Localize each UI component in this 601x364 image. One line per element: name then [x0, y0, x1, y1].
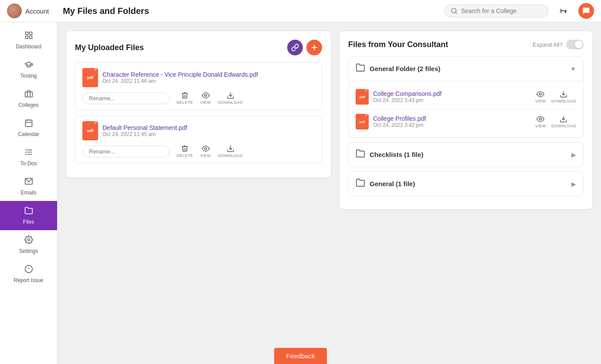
view-profiles-label: VIEW: [535, 124, 546, 128]
view-label-1: VIEW: [200, 100, 211, 105]
delete-label-2: DELETE: [177, 153, 193, 158]
sidebar-item-emails[interactable]: Emails: [0, 172, 57, 201]
sidebar-item-label-emails: Emails: [20, 190, 36, 196]
sidebar-item-label-calendar: Calendar: [18, 131, 39, 137]
expand-all: Expand All?: [533, 40, 584, 49]
colleges-icon: [24, 89, 33, 100]
download-button-2[interactable]: DOWNLOAD: [218, 145, 243, 158]
folder-file-date-profiles: Oct 24, 2022 3:42 pm: [373, 122, 426, 128]
view-button-1[interactable]: VIEW: [200, 92, 211, 105]
sidebar-item-label-testing: Testing: [20, 73, 37, 79]
delete-label-1: DELETE: [177, 100, 193, 105]
sidebar-item-todos[interactable]: To-Dos: [0, 143, 57, 172]
expand-all-toggle[interactable]: [566, 40, 584, 49]
download-label-2: DOWNLOAD: [218, 153, 243, 158]
uploaded-files-card: My Uploaded Files pdf: [66, 31, 331, 177]
svg-rect-4: [29, 36, 32, 39]
sidebar-item-dashboard[interactable]: Dashboard: [0, 26, 57, 55]
sidebar-item-files[interactable]: Files: [0, 201, 57, 230]
view-profiles-button[interactable]: VIEW: [535, 115, 546, 128]
folder-arrow-checklists: ▶: [571, 151, 576, 158]
key-button[interactable]: 🗝: [556, 3, 571, 19]
folder-left-general2: General (1 file): [356, 178, 415, 190]
folder-icon-checklists: [356, 149, 365, 160]
folder-name-general2: General (1 file): [370, 180, 415, 187]
search-icon: [451, 7, 458, 14]
account-button[interactable]: Account: [7, 3, 49, 18]
svg-rect-5: [25, 36, 28, 39]
view-button-2[interactable]: VIEW: [200, 145, 211, 158]
svg-point-15: [27, 239, 30, 241]
folder-arrow-general2: ▶: [571, 180, 576, 187]
sidebar-item-report[interactable]: Report Issue: [0, 259, 57, 289]
file-actions-2: DELETE VIEW DOWNLOAD: [82, 145, 315, 158]
svg-line-1: [455, 12, 457, 14]
expand-all-label: Expand All?: [533, 41, 563, 48]
page-title: My Files and Folders: [63, 6, 149, 16]
folder-file-actions-profiles: VIEW DOWNLOAD: [535, 115, 576, 128]
search-input[interactable]: [461, 7, 542, 14]
download-profiles-button[interactable]: DOWNLOAD: [551, 115, 576, 128]
left-panel: My Uploaded Files pdf: [66, 31, 331, 355]
view-comparisons-label: VIEW: [535, 99, 546, 103]
folder-arrow-general: ▼: [570, 65, 576, 72]
consultant-header: Files from Your Consultant Expand All?: [348, 40, 584, 49]
sidebar-item-calendar[interactable]: Calendar: [0, 113, 57, 143]
sidebar-item-label-settings: Settings: [19, 248, 38, 254]
app-body: Dashboard Testing Colleges Calendar To-D…: [0, 22, 601, 364]
folder-file-left-comparisons: pdf College Comparisons.pdf Oct 24, 2022…: [356, 89, 441, 105]
sidebar-item-label-dashboard: Dashboard: [16, 44, 41, 50]
folder-header-general2[interactable]: General (1 file) ▶: [349, 172, 583, 196]
sidebar-item-testing[interactable]: Testing: [0, 55, 57, 84]
view-comparisons-button[interactable]: VIEW: [535, 90, 546, 103]
search-bar[interactable]: [444, 4, 549, 17]
delete-button-2[interactable]: DELETE: [177, 145, 193, 158]
pdf-icon-comparisons: pdf: [356, 89, 369, 105]
file-actions-1: DELETE VIEW DOWNLOAD: [82, 92, 315, 105]
folder-file-name-comparisons: College Comparisons.pdf: [373, 90, 441, 97]
main-content: My Uploaded Files pdf: [58, 22, 601, 364]
svg-point-27: [540, 118, 542, 120]
folder-file-profiles: pdf College Profiles.pdf Oct 24, 2022 3:…: [349, 109, 583, 134]
svg-rect-7: [25, 120, 32, 126]
folder-file-name-profiles: College Profiles.pdf: [373, 115, 426, 122]
file-date-1: Oct 24, 2022 11:46 am: [102, 78, 258, 84]
sidebar-item-colleges[interactable]: Colleges: [0, 84, 57, 113]
rename-input-1[interactable]: [82, 92, 170, 104]
file-name-1: Character Reference - Vice Principle Don…: [102, 71, 258, 78]
download-label-1: DOWNLOAD: [218, 100, 243, 105]
view-label-2: VIEW: [200, 153, 211, 158]
pdf-icon-2: pdf: [82, 121, 98, 140]
folder-header-general[interactable]: General Folder (2 files) ▼: [349, 57, 583, 81]
download-comparisons-button[interactable]: DOWNLOAD: [551, 90, 576, 103]
svg-rect-3: [29, 32, 32, 35]
sidebar-item-label-files: Files: [23, 219, 34, 225]
folder-icon-general2: [356, 178, 365, 190]
download-profiles-label: DOWNLOAD: [551, 124, 576, 128]
calendar-icon: [24, 119, 33, 129]
chat-button[interactable]: [578, 3, 594, 19]
folder-file-comparisons: pdf College Comparisons.pdf Oct 24, 2022…: [349, 85, 583, 109]
delete-button-1[interactable]: DELETE: [177, 92, 193, 105]
folder-item-general: General Folder (2 files) ▼ pdf: [348, 56, 584, 138]
avatar: [7, 3, 22, 18]
sidebar-item-settings[interactable]: Settings: [0, 230, 57, 259]
folder-header-checklists[interactable]: Checklists (1 file) ▶: [349, 143, 583, 167]
add-file-button[interactable]: [306, 40, 322, 55]
download-comparisons-label: DOWNLOAD: [551, 99, 576, 103]
svg-point-23: [204, 148, 207, 150]
rename-input-2[interactable]: [82, 146, 170, 157]
folder-left-general: General Folder (2 files): [356, 63, 441, 75]
folder-name-checklists: Checklists (1 file): [370, 151, 423, 158]
svg-rect-6: [25, 92, 32, 97]
card-header: My Uploaded Files: [75, 40, 322, 55]
feedback-button[interactable]: Feedback: [274, 348, 327, 364]
file-item-2: pdf Default Personal Statement.pdf Oct 2…: [75, 116, 322, 163]
svg-point-25: [540, 93, 542, 95]
folder-content-general: pdf College Comparisons.pdf Oct 24, 2022…: [349, 81, 583, 137]
svg-point-21: [204, 95, 207, 97]
link-button[interactable]: [287, 40, 303, 55]
sidebar-item-label-report: Report Issue: [14, 277, 43, 283]
folder-file-left-profiles: pdf College Profiles.pdf Oct 24, 2022 3:…: [356, 114, 426, 129]
download-button-1[interactable]: DOWNLOAD: [218, 92, 243, 105]
